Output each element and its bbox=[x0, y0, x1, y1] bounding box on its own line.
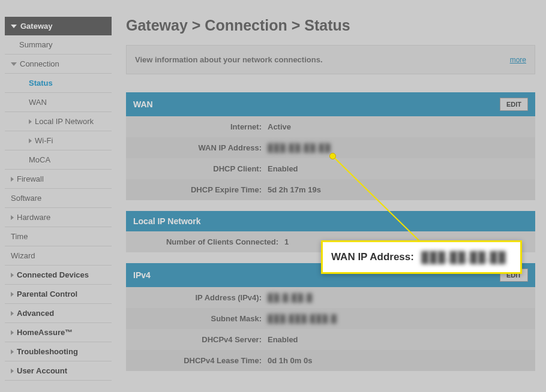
sidebar-item-firewall[interactable]: Firewall bbox=[5, 170, 112, 189]
row-value: 0d 1h 0m 0s bbox=[268, 356, 312, 365]
sidebar-item-software[interactable]: Software bbox=[5, 189, 112, 208]
row-label: DHCPv4 Lease Time: bbox=[134, 356, 268, 365]
sidebar-item-label: Time bbox=[11, 232, 28, 241]
sidebar-item-summary[interactable]: Summary bbox=[5, 35, 112, 55]
sidebar-item-local-ip[interactable]: Local IP Network bbox=[5, 112, 112, 131]
row-label: DHCP Expire Time: bbox=[134, 185, 268, 194]
row-value-redacted: ███.███.███.█ bbox=[268, 314, 337, 323]
panel-title: WAN bbox=[133, 99, 153, 109]
row-dhcpv4-lease: DHCPv4 Lease Time: 0d 1h 0m 0s bbox=[126, 350, 535, 371]
sidebar-item-hardware[interactable]: Hardware bbox=[5, 208, 112, 227]
sidebar-section-connected-devices[interactable]: Connected Devices bbox=[5, 266, 112, 285]
panel-header-wan: WAN EDIT bbox=[126, 92, 535, 116]
sidebar-item-label: Firewall bbox=[17, 174, 44, 183]
sidebar-item-label: MoCA bbox=[29, 155, 50, 164]
sidebar-item-label: User Account bbox=[17, 366, 67, 375]
row-value: Enabled bbox=[268, 335, 298, 344]
chevron-right-icon bbox=[11, 177, 14, 182]
main-content: Gateway > Connection > Status View infor… bbox=[112, 17, 546, 382]
callout-dot bbox=[329, 153, 336, 159]
breadcrumb: Gateway > Connection > Status bbox=[126, 17, 535, 34]
row-value: Active bbox=[268, 122, 291, 131]
chevron-right-icon bbox=[29, 138, 32, 143]
chevron-down-icon bbox=[11, 62, 17, 66]
panel-title: Local IP Network bbox=[133, 216, 201, 226]
row-value: Enabled bbox=[268, 164, 298, 173]
row-label: WAN IP Address: bbox=[134, 143, 268, 152]
panel-ipv4: IPv4 EDIT IP Address (IPv4): ██.█.██.█ S… bbox=[126, 263, 535, 371]
sidebar-item-label: Connection bbox=[20, 59, 59, 68]
chevron-right-icon bbox=[11, 311, 14, 316]
chevron-right-icon bbox=[11, 330, 14, 335]
row-label: DHCPv4 Server: bbox=[134, 335, 268, 344]
sidebar-item-wan[interactable]: WAN bbox=[5, 93, 112, 112]
sidebar-item-label: Status bbox=[29, 79, 53, 88]
sidebar-header-gateway[interactable]: Gateway bbox=[5, 17, 112, 35]
sidebar-section-parental-control[interactable]: Parental Control bbox=[5, 285, 112, 304]
chevron-right-icon bbox=[11, 292, 14, 297]
row-label: Subnet Mask: bbox=[134, 314, 268, 323]
sidebar-item-label: HomeAssure™ bbox=[17, 328, 73, 337]
edit-button[interactable]: EDIT bbox=[500, 98, 528, 111]
row-value: 5d 2h 17m 19s bbox=[268, 185, 321, 194]
row-label: IP Address (IPv4): bbox=[134, 293, 268, 302]
sidebar-item-label: WAN bbox=[29, 98, 47, 107]
row-label: Number of Clients Connected: bbox=[134, 237, 284, 246]
info-bar-text: View information about your network conn… bbox=[135, 55, 323, 64]
callout-wan-ip: WAN IP Address: ███.██.██.██ bbox=[321, 240, 522, 274]
row-value-redacted: ███.██.██.██ bbox=[268, 143, 331, 152]
panel-title: IPv4 bbox=[133, 270, 151, 280]
sidebar-item-label: Wizard bbox=[11, 251, 35, 260]
chevron-right-icon bbox=[29, 119, 32, 124]
chevron-right-icon bbox=[11, 369, 14, 373]
sidebar-item-connection[interactable]: Connection bbox=[5, 55, 112, 74]
row-internet: Internet: Active bbox=[126, 116, 535, 137]
row-dhcpv4-server: DHCPv4 Server: Enabled bbox=[126, 329, 535, 350]
sidebar-item-label: Parental Control bbox=[17, 290, 77, 298]
sidebar-section-troubleshooting[interactable]: Troubleshooting bbox=[5, 342, 112, 361]
panel-wan: WAN EDIT Internet: Active WAN IP Address… bbox=[126, 92, 535, 200]
sidebar-header-label: Gateway bbox=[20, 22, 52, 31]
sidebar-item-label: Wi-Fi bbox=[35, 136, 53, 145]
row-label: DHCP Client: bbox=[134, 164, 268, 173]
sidebar-item-label: Advanced bbox=[17, 309, 54, 318]
sidebar-item-label: Hardware bbox=[17, 213, 50, 222]
sidebar-item-wifi[interactable]: Wi-Fi bbox=[5, 131, 112, 150]
sidebar-item-wizard[interactable]: Wizard bbox=[5, 246, 112, 266]
panel-header-lan: Local IP Network bbox=[126, 211, 535, 231]
sidebar-item-label: Summary bbox=[19, 40, 53, 49]
sidebar-item-time[interactable]: Time bbox=[5, 227, 112, 246]
sidebar-section-user-account[interactable]: User Account bbox=[5, 361, 112, 381]
row-dhcp-expire: DHCP Expire Time: 5d 2h 17m 19s bbox=[126, 179, 535, 200]
more-link[interactable]: more bbox=[510, 56, 526, 64]
callout-value-redacted: ███.██.██.██ bbox=[421, 251, 506, 264]
chevron-right-icon bbox=[11, 349, 14, 354]
chevron-right-icon bbox=[11, 215, 14, 220]
row-value: 1 bbox=[284, 237, 289, 246]
sidebar-item-status[interactable]: Status bbox=[5, 74, 112, 93]
row-ipv4-address: IP Address (IPv4): ██.█.██.█ bbox=[126, 287, 535, 308]
sidebar-item-label: Local IP Network bbox=[35, 117, 94, 126]
chevron-right-icon bbox=[11, 273, 14, 278]
sidebar-item-moca[interactable]: MoCA bbox=[5, 150, 112, 170]
row-dhcp-client: DHCP Client: Enabled bbox=[126, 158, 535, 179]
chevron-down-icon bbox=[11, 25, 17, 28]
sidebar-section-homeassure[interactable]: HomeAssure™ bbox=[5, 323, 112, 342]
sidebar-section-advanced[interactable]: Advanced bbox=[5, 304, 112, 323]
callout-label: WAN IP Address: bbox=[331, 251, 414, 263]
sidebar-item-label: Connected Devices bbox=[17, 270, 89, 279]
row-subnet-mask: Subnet Mask: ███.███.███.█ bbox=[126, 308, 535, 329]
sidebar: Gateway Summary Connection Status WAN Lo… bbox=[0, 17, 112, 382]
info-bar: View information about your network conn… bbox=[126, 45, 535, 74]
row-value-redacted: ██.█.██.█ bbox=[268, 293, 313, 302]
sidebar-item-label: Troubleshooting bbox=[17, 347, 78, 356]
sidebar-item-label: Software bbox=[11, 194, 41, 203]
row-label: Internet: bbox=[134, 122, 268, 131]
